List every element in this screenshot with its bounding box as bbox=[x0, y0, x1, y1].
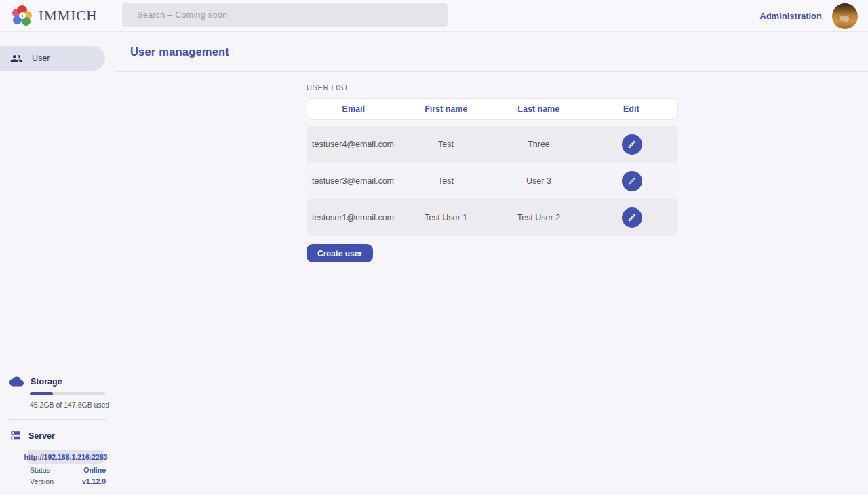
server-panel: Server http://192.168.1.216:2283 Status … bbox=[9, 430, 115, 487]
search-input[interactable] bbox=[122, 10, 448, 20]
user-email-cell: testuser3@email.com bbox=[312, 176, 394, 186]
edit-user-button[interactable] bbox=[622, 134, 642, 155]
server-version-row: Version v1.12.0 bbox=[30, 475, 106, 487]
sidebar-footer: Storage 45.2GB of 147.8GB used Server ht… bbox=[0, 376, 115, 495]
status-label: Status bbox=[30, 466, 50, 474]
user-first-name-cell: Test User 1 bbox=[425, 213, 467, 222]
cloud-icon bbox=[9, 376, 24, 387]
main-content: User management USER LIST Email First na… bbox=[115, 32, 868, 495]
table-body: testuser4@email.com Test Three testuser3… bbox=[307, 126, 678, 236]
page-title: User management bbox=[130, 45, 229, 58]
server-icon bbox=[9, 430, 22, 442]
administration-link[interactable]: Administration bbox=[760, 11, 822, 21]
version-label: Version bbox=[30, 477, 54, 486]
table-row: testuser3@email.com Test User 3 bbox=[307, 163, 678, 199]
col-header-email: Email bbox=[342, 104, 365, 114]
immich-logo-icon: ✦ bbox=[12, 5, 33, 26]
page-title-bar: User management bbox=[115, 32, 868, 72]
user-last-name-cell: User 3 bbox=[526, 176, 551, 186]
user-last-name-cell: Three bbox=[528, 140, 550, 149]
header-right: Administration bbox=[760, 0, 858, 32]
brand: ✦ IMMICH bbox=[12, 5, 98, 26]
brand-title: IMMICH bbox=[39, 7, 98, 24]
user-email-cell: testuser1@email.com bbox=[312, 213, 394, 222]
col-header-edit: Edit bbox=[623, 104, 639, 114]
storage-usage-text: 45.2GB of 147.8GB used bbox=[30, 401, 115, 409]
storage-progress-fill bbox=[30, 392, 53, 395]
col-header-first-name: First name bbox=[425, 104, 467, 114]
pencil-icon bbox=[627, 176, 637, 186]
storage-panel: Storage 45.2GB of 147.8GB used bbox=[9, 376, 115, 409]
users-icon bbox=[10, 52, 23, 65]
table-header-row: Email First name Last name Edit bbox=[307, 98, 678, 120]
search-bar[interactable] bbox=[122, 3, 448, 27]
user-first-name-cell: Test bbox=[438, 140, 454, 149]
user-avatar[interactable] bbox=[832, 3, 858, 29]
table-row: testuser1@email.com Test User 1 Test Use… bbox=[307, 199, 678, 236]
col-header-last-name: Last name bbox=[517, 104, 559, 114]
status-value: Online bbox=[83, 466, 106, 474]
server-status-row: Status Online bbox=[30, 464, 106, 475]
storage-title: Storage bbox=[31, 377, 62, 387]
version-value: v1.12.0 bbox=[82, 477, 106, 486]
server-url-badge: http://192.168.1.216:2283 bbox=[27, 450, 104, 464]
top-bar: ✦ IMMICH Administration bbox=[0, 0, 868, 32]
edit-user-button[interactable] bbox=[622, 207, 642, 228]
table-row: testuser4@email.com Test Three bbox=[307, 126, 678, 163]
server-title: Server bbox=[28, 431, 55, 441]
sidebar-divider bbox=[9, 419, 106, 420]
pencil-icon bbox=[627, 213, 637, 222]
user-email-cell: testuser4@email.com bbox=[312, 140, 394, 149]
pencil-icon bbox=[627, 140, 637, 149]
user-first-name-cell: Test bbox=[438, 176, 454, 186]
edit-user-button[interactable] bbox=[622, 171, 642, 191]
sidebar-item-label: User bbox=[32, 54, 50, 63]
user-last-name-cell: Test User 2 bbox=[517, 213, 560, 222]
user-table: Email First name Last name Edit testuser… bbox=[307, 98, 678, 236]
create-user-button[interactable]: Create user bbox=[307, 244, 373, 262]
sidebar: User Storage 45.2GB of 147.8GB used bbox=[0, 32, 115, 495]
section-label: USER LIST bbox=[307, 83, 868, 92]
storage-progress-bar bbox=[30, 392, 105, 395]
sidebar-item-user[interactable]: User bbox=[0, 46, 105, 71]
